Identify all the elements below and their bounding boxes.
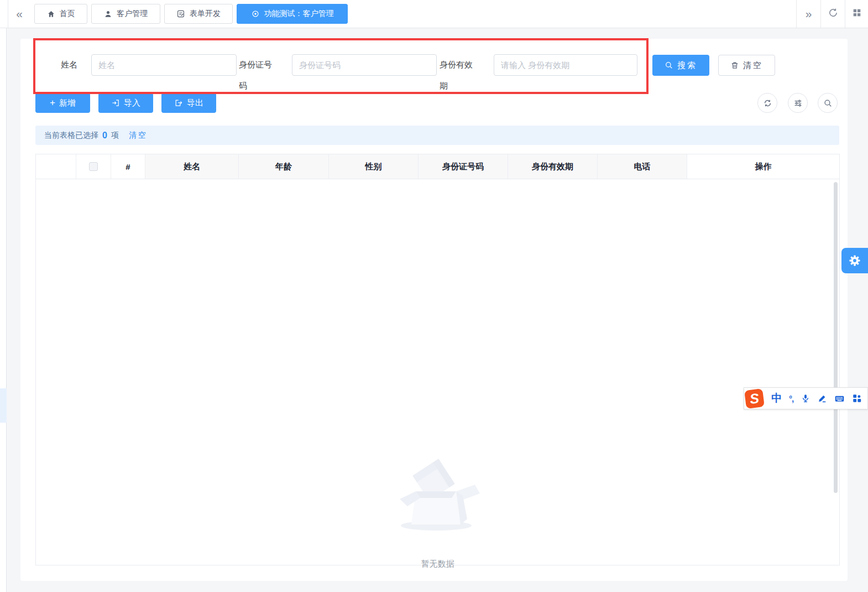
tab-label: 功能测试：客户管理 [264, 9, 334, 19]
name-field-label: 姓名 [61, 54, 77, 75]
tab-label: 表单开发 [190, 9, 221, 19]
tab-list: 首页 客户管理 表单开发 功能测试：客户管理 [34, 4, 348, 24]
trash-icon [730, 61, 739, 70]
clear-button-label: 清空 [743, 60, 763, 71]
tabs-scroll-right-button[interactable]: » [796, 0, 820, 28]
import-button[interactable]: 导入 [98, 93, 153, 113]
home-icon [47, 10, 55, 18]
selection-info-bar: 当前表格已选择 0 项 清空 [35, 126, 839, 145]
chevron-double-left-icon: « [16, 7, 23, 20]
empty-text: 暂无数据 [421, 559, 454, 569]
reload-page-button[interactable] [820, 0, 845, 28]
ime-chinese-mode-button[interactable]: 中 [771, 391, 782, 406]
chevron-double-right-icon: » [806, 7, 812, 20]
table-header-phone: 电话 [598, 154, 687, 179]
tab-label: 客户管理 [117, 9, 148, 19]
table-header-name: 姓名 [145, 154, 239, 179]
empty-state: 暂无数据 [36, 451, 839, 569]
keyboard-icon [834, 393, 845, 404]
grid-icon [852, 8, 862, 20]
sliders-icon [793, 98, 803, 108]
table-header-age: 年龄 [239, 154, 329, 179]
collapsed-sidebar-active-highlight [0, 388, 7, 423]
add-button-label: 新增 [59, 98, 76, 108]
table-header-gender: 性别 [329, 154, 419, 179]
ime-keyboard-button[interactable] [834, 393, 845, 404]
import-icon [111, 98, 120, 107]
table-header-expand-column [36, 154, 76, 179]
sync-icon [763, 98, 772, 108]
app-screen: « 首页 客户管理 表单开发 [0, 0, 868, 592]
table-header-checkbox-column [76, 154, 111, 179]
add-button[interactable]: + 新增 [35, 93, 90, 113]
selection-unit: 项 [111, 131, 119, 141]
import-button-label: 导入 [124, 98, 140, 108]
selection-count: 0 [102, 131, 107, 141]
validity-input[interactable] [494, 54, 637, 76]
tab-label: 首页 [60, 9, 75, 19]
collapsed-sidebar-strip[interactable] [0, 28, 7, 592]
clear-selection-link[interactable]: 清空 [129, 131, 148, 141]
form-icon [176, 9, 185, 18]
search-button[interactable]: 搜索 [652, 55, 709, 76]
table-header-index: # [111, 154, 145, 179]
settings-drawer-trigger[interactable] [841, 248, 868, 273]
ime-buttons: 中 °, [764, 391, 867, 406]
idcard-input[interactable] [292, 54, 437, 76]
ime-voice-button[interactable] [801, 393, 811, 403]
table-header: # 姓名 年龄 性别 身份证号码 身份有效期 电话 操作 [35, 154, 840, 179]
user-icon [104, 10, 112, 18]
ime-toolbar: S 中 °, [744, 387, 868, 409]
export-icon [174, 98, 183, 107]
refresh-table-button[interactable] [757, 93, 777, 113]
reload-icon [828, 7, 839, 20]
search-icon [665, 61, 673, 70]
tab-customer-management[interactable]: 客户管理 [91, 4, 160, 24]
tabs-scroll-left-button[interactable]: « [10, 0, 29, 28]
table-header-actions: 操作 [687, 154, 839, 179]
idcard-field-label: 身份证号码 [239, 54, 276, 96]
tab-form-development[interactable]: 表单开发 [164, 4, 233, 24]
table-header-idcard: 身份证号码 [419, 154, 508, 179]
ime-toolbox-button[interactable] [852, 393, 862, 403]
export-button[interactable]: 导出 [161, 93, 216, 113]
eye-icon [251, 9, 260, 18]
selection-prefix: 当前表格已选择 [44, 131, 98, 141]
toolbox-grid-icon [852, 393, 862, 403]
plus-icon: + [50, 98, 55, 107]
column-settings-button[interactable] [788, 93, 808, 113]
sogou-logo-letter: S [749, 390, 760, 407]
tab-home[interactable]: 首页 [34, 4, 87, 24]
table-header-validity: 身份有效期 [508, 154, 598, 179]
search-button-label: 搜索 [677, 60, 697, 71]
validity-field-label: 身份有效期 [440, 54, 477, 96]
select-all-checkbox[interactable] [89, 162, 98, 171]
name-input[interactable] [91, 54, 237, 76]
export-button-label: 导出 [187, 98, 203, 108]
pen-icon [817, 393, 827, 403]
magnifier-icon [823, 98, 833, 108]
tab-bar: « 首页 客户管理 表单开发 [0, 0, 868, 28]
ime-handwriting-button[interactable] [817, 393, 827, 403]
toggle-search-button[interactable] [818, 93, 838, 113]
tab-function-test-customer-management[interactable]: 功能测试：客户管理 [237, 4, 348, 24]
quick-menu-button[interactable] [845, 0, 868, 28]
gear-icon [849, 255, 861, 267]
divider [8, 0, 8, 28]
microphone-icon [801, 393, 811, 403]
ime-punctuation-button[interactable]: °, [789, 394, 793, 403]
table-scrollbar[interactable] [834, 182, 838, 493]
clear-form-button[interactable]: 清空 [718, 55, 775, 76]
table-body: 暂无数据 [35, 179, 840, 565]
sogou-logo[interactable]: S [744, 388, 765, 409]
empty-box-illustration [391, 451, 485, 536]
